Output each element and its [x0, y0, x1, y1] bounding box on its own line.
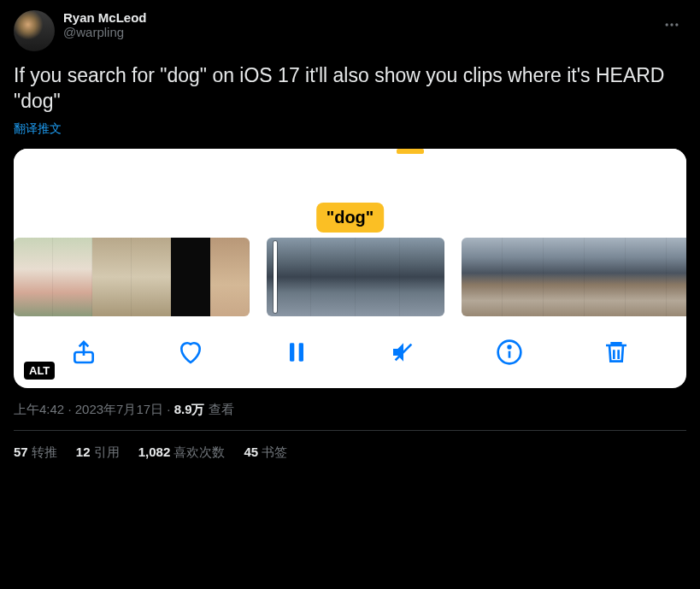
- search-term-label: "dog": [316, 203, 385, 233]
- like-button[interactable]: [174, 335, 208, 369]
- retweets-stat[interactable]: 57 转推: [14, 445, 57, 461]
- svg-point-1: [670, 23, 673, 26]
- svg-point-0: [666, 23, 668, 26]
- thumbnail: [462, 238, 503, 316]
- quotes-label: 引用: [94, 445, 120, 459]
- share-button[interactable]: [67, 335, 101, 369]
- likes-label: 喜欢次数: [174, 445, 225, 459]
- bookmarks-label: 书签: [262, 445, 287, 459]
- tweet-container: Ryan McLeod @warpling If you search for …: [0, 0, 700, 471]
- share-icon: [70, 339, 97, 366]
- thumbnail: [210, 238, 250, 316]
- quotes-count: 12: [76, 445, 91, 459]
- playhead[interactable]: [274, 241, 277, 313]
- clip-group-1[interactable]: [14, 238, 250, 316]
- mute-icon: [390, 339, 417, 366]
- tweet-header: Ryan McLeod @warpling: [14, 10, 686, 51]
- more-icon: [663, 16, 680, 33]
- tweet-stats: 57 转推 12 引用 1,082 喜欢次数 45 书签: [14, 431, 686, 461]
- thumbnail: [626, 238, 667, 316]
- quotes-stat[interactable]: 12 引用: [76, 445, 120, 461]
- media-controls: [14, 320, 686, 385]
- video-timeline[interactable]: [14, 234, 686, 320]
- likes-count: 1,082: [138, 445, 171, 459]
- translate-link[interactable]: 翻译推文: [14, 121, 686, 137]
- thumbnail: [53, 238, 92, 316]
- avatar[interactable]: [14, 10, 55, 51]
- thumbnail: [667, 238, 686, 316]
- mute-button[interactable]: [386, 335, 421, 369]
- thumbnail: [503, 238, 544, 316]
- media-header: "dog": [14, 149, 686, 234]
- info-icon: [496, 339, 523, 366]
- pause-button[interactable]: [279, 335, 314, 369]
- more-options-button[interactable]: [657, 10, 686, 39]
- tweet-text: If you search for "dog" on iOS 17 it'll …: [14, 63, 686, 115]
- thumbnail: [14, 238, 53, 316]
- views-label: 查看: [209, 402, 234, 416]
- time[interactable]: 上午4:42: [14, 402, 64, 416]
- thumbnail: [356, 238, 400, 316]
- thumbnail: [311, 238, 356, 316]
- svg-rect-5: [299, 343, 303, 361]
- info-button[interactable]: [492, 335, 526, 369]
- clip-group-3[interactable]: [462, 238, 686, 316]
- svg-rect-4: [290, 343, 294, 361]
- user-info: Ryan McLeod @warpling: [63, 10, 686, 39]
- retweets-count: 57: [14, 445, 28, 459]
- media-card[interactable]: "dog": [14, 149, 686, 388]
- author-name[interactable]: Ryan McLeod: [63, 10, 686, 25]
- heart-icon: [177, 339, 204, 366]
- tweet-meta: 上午4:42 · 2023年7月17日 · 8.9万 查看: [14, 402, 686, 418]
- clip-group-2[interactable]: [267, 238, 444, 316]
- trash-icon: [603, 339, 630, 366]
- date[interactable]: 2023年7月17日: [75, 402, 163, 416]
- author-handle[interactable]: @warpling: [63, 25, 686, 39]
- svg-point-9: [509, 345, 511, 348]
- audio-match-marker: [397, 149, 424, 154]
- thumbnail: [544, 238, 585, 316]
- thumbnail: [400, 238, 444, 316]
- bookmarks-count: 45: [244, 445, 258, 459]
- thumbnail: [585, 238, 626, 316]
- svg-point-2: [675, 23, 678, 26]
- likes-stat[interactable]: 1,082 喜欢次数: [138, 445, 226, 461]
- views-count[interactable]: 8.9万: [174, 402, 205, 416]
- retweets-label: 转推: [32, 445, 57, 459]
- thumbnail: [132, 238, 171, 316]
- pause-icon: [283, 339, 310, 366]
- thumbnail: [92, 238, 132, 316]
- thumbnail: [171, 238, 210, 316]
- delete-button[interactable]: [599, 335, 633, 369]
- alt-badge[interactable]: ALT: [24, 362, 55, 380]
- bookmarks-stat[interactable]: 45 书签: [244, 445, 287, 461]
